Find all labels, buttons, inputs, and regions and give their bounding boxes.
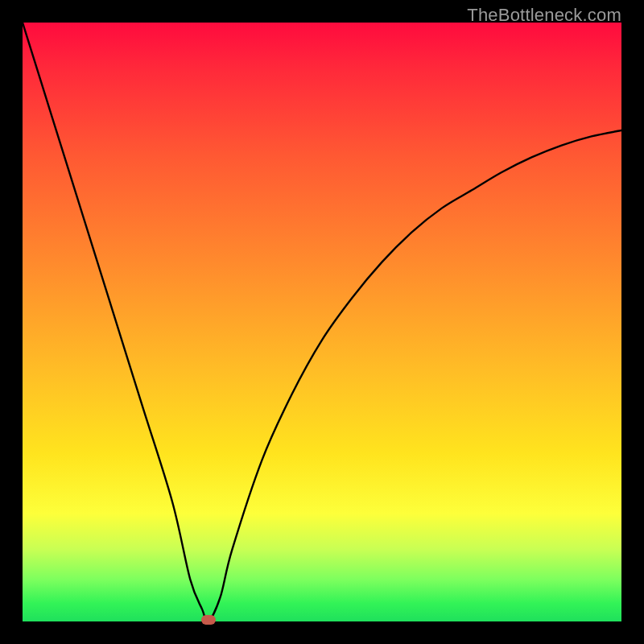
optimal-marker	[201, 615, 216, 625]
watermark-text: TheBottleneck.com	[467, 5, 621, 26]
chart-container: TheBottleneck.com	[0, 0, 644, 644]
bottleneck-curve	[23, 23, 621, 621]
plot-area	[23, 23, 621, 621]
